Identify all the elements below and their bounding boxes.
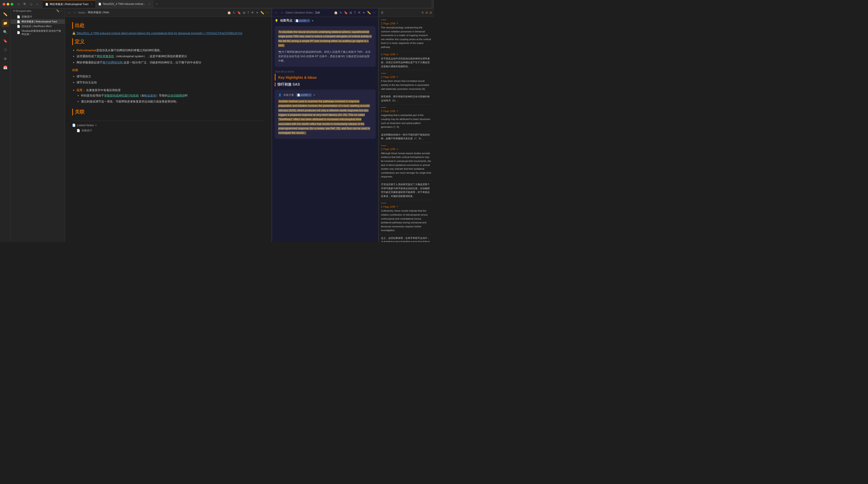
- note-link[interactable]: 🔒 Teku2022_A TMS-induced cortical silent…: [72, 32, 242, 35]
- tree-item-reticulospinal[interactable]: 📄 网状脊髓束 | Reticulospinal Tract: [11, 19, 65, 24]
- page-link-6[interactable]: Z Page 1299 ↗: [381, 148, 432, 151]
- far-right-sync-icon[interactable]: ↻: [422, 11, 424, 14]
- center-pane-header: ← → Notes / 网状脊髓束 | Retic 🏠 ↻ 🔖 ⊞ T 👁 ✦ …: [65, 8, 272, 17]
- text-icon[interactable]: T: [247, 11, 249, 14]
- tab-close-1[interactable]: ✕: [91, 3, 93, 6]
- z-icon-8: Z: [381, 205, 382, 208]
- zuoyong-label: 作用: [72, 68, 78, 72]
- file-explorer-icon[interactable]: 📁: [1, 19, 9, 27]
- group1-edit-icon[interactable]: ✏️: [56, 9, 59, 12]
- search-icon[interactable]: 🔍: [1, 28, 9, 36]
- breadcrumb-notes[interactable]: Notes: [78, 11, 85, 14]
- home-icon[interactable]: 🏠: [227, 11, 231, 14]
- page-link-8[interactable]: Z Page 1299 ↗: [381, 205, 432, 208]
- eye-icon[interactable]: 👁: [251, 11, 254, 14]
- tab-teku2022[interactable]: 📄 Teku2022_A TMS-induced cortical silent…: [96, 0, 153, 8]
- chuangxin-card: To elucidate the neural structures under…: [275, 26, 376, 67]
- tab-reticulospinal[interactable]: 📄 网状脊髓束 | Reticulospinal Tract ✕: [42, 0, 96, 8]
- section-guanlian: 关联: [72, 109, 265, 115]
- yingyong-detail2: 通过刺激或调节这一系统，可能帮助患者恢复某些运动能力或改善姿势控制。: [81, 99, 265, 104]
- right-back-button[interactable]: ←: [275, 11, 278, 14]
- tabs-bar: 📄 网状脊髓束 | Reticulospinal Tract ✕ 📄 Teku2…: [42, 0, 431, 8]
- divider-4: [381, 107, 386, 108]
- far-right-menu-icon[interactable]: ☰: [381, 11, 383, 14]
- window-icon-2[interactable]: 🔍: [23, 2, 27, 6]
- window-icon-4[interactable]: ≡: [35, 2, 39, 6]
- r-eye-icon[interactable]: 👁: [358, 11, 361, 14]
- close-button[interactable]: [3, 3, 5, 5]
- z-icon-2: Z: [381, 76, 382, 78]
- r-star-icon[interactable]: ✦: [363, 11, 365, 14]
- bookmark-icon[interactable]: 🔖: [237, 11, 241, 14]
- maximize-button[interactable]: [11, 3, 13, 5]
- file-tree-group1: 📄 实验设计 📄 网状脊髓束 | Reticulospinal Tract 📄 …: [11, 13, 65, 242]
- tree-item-obsidian[interactable]: 📄 Obsidian的垂直标签签页,给你生产效率拉满！: [11, 29, 65, 37]
- tags-icon[interactable]: ⬡: [1, 46, 9, 54]
- page-link-4[interactable]: Z Page 1299 ↗: [381, 109, 432, 112]
- breadcrumb-right: Zotero Literature Notes / Zotl: [285, 11, 320, 14]
- r-more-icon[interactable]: ⋯: [373, 11, 376, 14]
- r-edit-icon[interactable]: ✏️: [367, 11, 371, 14]
- r-grid-icon[interactable]: ⊞: [349, 11, 352, 14]
- note-para-3: 网状脊髓通路起源于脑干的网状结构,这是一组分布广泛、功能多样的神经元，位于脑干的…: [76, 60, 265, 65]
- right-pane: ← → Zotero Literature Notes / Zotl 🏠 ↻ 🔖…: [272, 8, 378, 242]
- star-icon[interactable]: ✦: [256, 11, 258, 14]
- far-right-label: zt: [426, 11, 428, 14]
- grid-icon[interactable]: ⊞: [243, 11, 245, 14]
- group1-actions: ✏️ ⋯: [56, 9, 63, 12]
- right-pane-header-icons: 🏠 ↻ 🔖 ⊞ T 👁 ✦ ✏️ ⋯: [334, 11, 376, 14]
- z-icon-4: Z: [381, 110, 382, 112]
- add-tab-button[interactable]: +: [153, 2, 161, 6]
- more-icon[interactable]: ⋯: [266, 11, 269, 14]
- card2-badge[interactable]: 📄 p1299 ↗: [296, 93, 312, 97]
- right-forward-button[interactable]: →: [280, 11, 284, 14]
- sync-icon[interactable]: ↻: [233, 11, 236, 14]
- page-link-2[interactable]: Z Page 1298 ↗: [381, 75, 432, 78]
- jingxia-label: 惊吓刺激 SAS: [275, 83, 300, 86]
- card2-type: 实验方案: [283, 93, 294, 97]
- z-icon-1: Z: [381, 53, 382, 56]
- card2-chevron[interactable]: ▾: [313, 93, 315, 96]
- window-icon-3[interactable]: ◫: [29, 2, 33, 6]
- back-button[interactable]: ←: [68, 11, 71, 14]
- highlighted-intro: To elucidate the neural structures under…: [278, 30, 372, 47]
- forward-button[interactable]: →: [73, 11, 76, 14]
- breadcrumb-zotl: Zotl: [315, 11, 320, 14]
- far-right-expand-icon[interactable]: ⊡: [430, 11, 432, 14]
- linked-notes-header[interactable]: 📄 Linked Notes ▾: [72, 124, 265, 127]
- chuangxin-chevron[interactable]: ▾: [312, 19, 313, 23]
- page-link-0[interactable]: Z Page 1298 ↗: [381, 22, 432, 25]
- far-right-entry-7: 尽管这些基于人类的研究提供了大脑皮层两个半球可能参与单手肢体运动的证据，但动物研…: [379, 181, 434, 200]
- calendar-icon[interactable]: 📅: [1, 63, 9, 71]
- tree-item-shijian[interactable]: 📄 实验设计: [11, 14, 65, 19]
- highlights-section-label: Key Highlights & Ideas: [275, 74, 378, 80]
- linked-note-item[interactable]: 📄 实验设计: [76, 129, 265, 132]
- tab-close-2[interactable]: ✕: [149, 3, 150, 5]
- r-home-icon[interactable]: 🏠: [334, 11, 338, 14]
- page-link-1[interactable]: Z Page 1298 ↗: [381, 53, 432, 56]
- grouped-tabs-1-header[interactable]: ▾ Grouped tabs ✏️ ⋯: [11, 8, 65, 13]
- minimize-button[interactable]: [7, 3, 9, 5]
- edit-icon[interactable]: ✏️: [260, 11, 264, 14]
- bookmarks-icon[interactable]: 🔖: [1, 37, 9, 45]
- graph-icon[interactable]: ⊕: [1, 55, 9, 63]
- breadcrumb-zotero[interactable]: Zotero Literature Notes: [285, 11, 313, 14]
- far-right-entry-9: 总之，这些结果表明，在单手和双手运动中，皮质脊髓和对侧与同侧通路的相对贡献需要进…: [379, 234, 434, 242]
- divider-8: [381, 203, 386, 203]
- note-icon: 📄: [72, 124, 76, 127]
- r-sync-icon[interactable]: ↻: [339, 11, 342, 14]
- tree-item-label-reticulospinal: 网状脊髓束 | Reticulospinal Tract: [22, 20, 57, 23]
- linked-notes-chevron: ▾: [95, 124, 97, 127]
- r-text-icon[interactable]: T: [354, 11, 356, 14]
- far-right-entry-8: Z Page 1299 ↗ Collectively, these result…: [379, 200, 434, 234]
- far-right-content: Z Page 1298 ↗ The neurophysiology underp…: [379, 17, 434, 242]
- tree-item-label-shijian: 实验设计: [22, 15, 32, 19]
- new-note-icon[interactable]: ✏️: [1, 10, 9, 18]
- entry-text-4: suggesting that a substantial part of th…: [381, 114, 432, 129]
- entry-text-5: 这说明耦合的很大一部分可能归因于较低的结构，如脑干和脊髓模式发生器（7，8）。: [381, 133, 432, 141]
- chuangxin-badge[interactable]: 📄 p1299 ↗: [294, 19, 310, 23]
- group1-more-icon[interactable]: ⋯: [60, 9, 63, 12]
- r-bookmark-icon[interactable]: 🔖: [344, 11, 348, 14]
- window-icon-1[interactable]: ⊡: [17, 2, 21, 6]
- tree-item-startreact[interactable]: 📄 启动反应 | StartReact effect: [11, 24, 65, 29]
